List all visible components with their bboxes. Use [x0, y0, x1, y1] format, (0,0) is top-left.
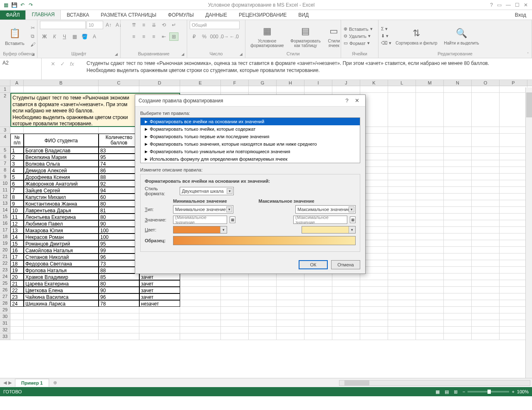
cell[interactable]: [99, 333, 139, 340]
cell[interactable]: [180, 327, 221, 333]
bold-icon[interactable]: Ж: [40, 32, 49, 41]
cell[interactable]: [221, 287, 249, 293]
cell[interactable]: 21: [10, 280, 24, 287]
cell[interactable]: [416, 134, 444, 147]
cell[interactable]: [388, 93, 416, 127]
cell[interactable]: [416, 333, 444, 340]
cell[interactable]: 12: [10, 220, 24, 227]
cell[interactable]: [444, 194, 472, 200]
cell[interactable]: [472, 273, 500, 280]
cell[interactable]: [249, 300, 277, 307]
tab-insert[interactable]: ВСТАВКА: [61, 10, 95, 20]
row-header[interactable]: 33: [0, 333, 10, 340]
cell[interactable]: [500, 127, 527, 134]
cell[interactable]: [444, 127, 472, 134]
cell[interactable]: [500, 253, 527, 260]
cell[interactable]: [444, 187, 472, 194]
align-bottom-icon[interactable]: ⇊: [149, 21, 158, 29]
cell[interactable]: 100: [99, 234, 139, 240]
cut-icon[interactable]: ✂: [29, 24, 37, 32]
cell[interactable]: зачет: [139, 293, 180, 300]
tab-view[interactable]: ВИД: [292, 10, 314, 20]
cell[interactable]: [416, 320, 444, 327]
cell[interactable]: [388, 280, 416, 287]
cell[interactable]: [500, 214, 527, 220]
cell[interactable]: [416, 287, 444, 293]
row-header[interactable]: 30: [0, 313, 10, 320]
cell[interactable]: [500, 180, 527, 187]
row-header[interactable]: 4: [0, 134, 10, 147]
cell[interactable]: [444, 260, 472, 267]
inc-decimal-icon[interactable]: .0→: [220, 32, 229, 41]
col-header[interactable]: K: [360, 80, 388, 86]
cell[interactable]: [249, 273, 277, 280]
horizontal-scrollbar[interactable]: [339, 380, 530, 386]
cell[interactable]: [472, 207, 500, 214]
cell[interactable]: [416, 260, 444, 267]
cell[interactable]: [277, 333, 304, 340]
cell[interactable]: [388, 214, 416, 220]
find-select-button[interactable]: 🔍Найти и выделить: [441, 26, 481, 46]
tab-review[interactable]: РЕЦЕНЗИРОВАНИЕ: [233, 10, 292, 20]
cell[interactable]: [221, 280, 249, 287]
cell[interactable]: 95: [99, 240, 139, 247]
table-header[interactable]: ФИО студента: [24, 134, 99, 147]
cell[interactable]: Леонтьева Екатерина: [24, 214, 99, 220]
row-header[interactable]: 17: [0, 227, 10, 234]
cell[interactable]: Волкова Ольга: [24, 160, 99, 167]
cell[interactable]: [139, 86, 180, 93]
cell[interactable]: Константинова Жанна: [24, 200, 99, 207]
cell[interactable]: [388, 313, 416, 320]
cell[interactable]: [388, 147, 416, 154]
cell[interactable]: [472, 227, 500, 234]
maximize-icon[interactable]: ☐: [515, 2, 520, 8]
cell[interactable]: [416, 220, 444, 227]
row-header[interactable]: 14: [0, 207, 10, 214]
cell[interactable]: [500, 86, 527, 93]
cell[interactable]: 23: [10, 293, 24, 300]
cell[interactable]: [99, 327, 139, 333]
cell[interactable]: [416, 93, 444, 127]
rule-item[interactable]: ► Форматировать только значения, которые…: [141, 140, 360, 148]
cell[interactable]: 7: [10, 187, 24, 194]
cell[interactable]: [500, 194, 527, 200]
cell[interactable]: [472, 234, 500, 240]
cell[interactable]: [304, 280, 332, 287]
cell[interactable]: [500, 134, 527, 147]
row-header[interactable]: 2: [0, 93, 10, 127]
cell[interactable]: [416, 307, 444, 313]
cell[interactable]: [472, 313, 500, 320]
cell[interactable]: [388, 187, 416, 194]
cell[interactable]: зачет: [139, 280, 180, 287]
row-header[interactable]: 8: [0, 167, 10, 174]
cell[interactable]: 18: [10, 260, 24, 267]
row-header[interactable]: 25: [0, 280, 10, 287]
paste-button[interactable]: 📋Вставить: [2, 26, 27, 47]
rule-item[interactable]: ► Использовать формулу для определения ф…: [141, 155, 360, 163]
cell[interactable]: [99, 127, 139, 134]
cell[interactable]: [360, 333, 388, 340]
min-color-combo[interactable]: ▾: [173, 226, 227, 234]
row-header[interactable]: 18: [0, 234, 10, 240]
cell[interactable]: [472, 93, 500, 127]
align-right-icon[interactable]: ≡: [149, 32, 158, 41]
cell[interactable]: [416, 147, 444, 154]
row-header[interactable]: 24: [0, 273, 10, 280]
cell[interactable]: [304, 287, 332, 293]
cell[interactable]: [388, 287, 416, 293]
borders-icon[interactable]: ▦: [70, 32, 79, 41]
cell[interactable]: [10, 320, 24, 327]
launcher-icon[interactable]: ◢: [115, 52, 118, 56]
cell[interactable]: [416, 293, 444, 300]
add-sheet-icon[interactable]: ⊕: [49, 380, 61, 385]
cell[interactable]: 22: [10, 287, 24, 293]
cell[interactable]: [444, 86, 472, 93]
cell[interactable]: 2: [10, 154, 24, 160]
cell[interactable]: [388, 320, 416, 327]
row-header[interactable]: 1: [0, 86, 10, 93]
tab-file[interactable]: ФАЙЛ: [0, 10, 25, 20]
cell[interactable]: [500, 93, 527, 127]
cell[interactable]: [416, 227, 444, 234]
cell[interactable]: Чайкина Василиса: [24, 293, 99, 300]
merge-center-icon[interactable]: ⊞: [169, 32, 178, 41]
